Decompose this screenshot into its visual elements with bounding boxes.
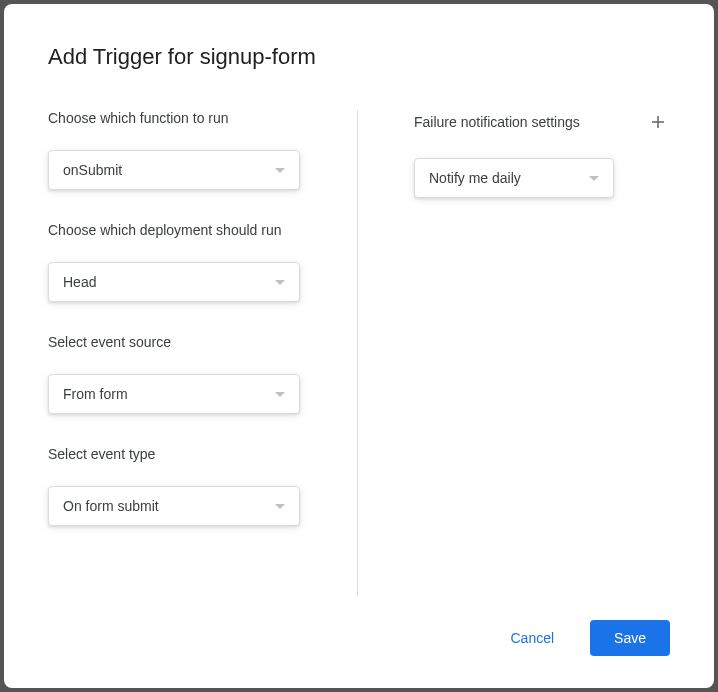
event-source-select[interactable]: From form: [48, 374, 300, 414]
dialog-footer: Cancel Save: [48, 620, 670, 656]
event-source-label: Select event source: [48, 334, 317, 350]
event-type-label: Select event type: [48, 446, 317, 462]
notifications-label-row: Failure notification settings: [414, 110, 670, 134]
chevron-down-icon: [275, 168, 285, 173]
event-type-select[interactable]: On form submit: [48, 486, 300, 526]
notifications-value: Notify me daily: [429, 170, 521, 186]
dialog-columns: Choose which function to run onSubmit Ch…: [48, 110, 670, 596]
event-type-value: On form submit: [63, 498, 159, 514]
event-source-value: From form: [63, 386, 128, 402]
event-type-field: Select event type On form submit: [48, 446, 317, 526]
event-source-field: Select event source From form: [48, 334, 317, 414]
chevron-down-icon: [275, 280, 285, 285]
function-select[interactable]: onSubmit: [48, 150, 300, 190]
notifications-field: Failure notification settings Notify me …: [414, 110, 670, 198]
notifications-label: Failure notification settings: [414, 114, 580, 130]
deployment-field: Choose which deployment should run Head: [48, 222, 317, 302]
function-field: Choose which function to run onSubmit: [48, 110, 317, 190]
notifications-select[interactable]: Notify me daily: [414, 158, 614, 198]
chevron-down-icon: [275, 392, 285, 397]
deployment-value: Head: [63, 274, 96, 290]
add-trigger-dialog: Add Trigger for signup-form Choose which…: [4, 4, 714, 688]
deployment-select[interactable]: Head: [48, 262, 300, 302]
plus-icon: [649, 113, 667, 131]
chevron-down-icon: [589, 176, 599, 181]
function-label: Choose which function to run: [48, 110, 317, 126]
cancel-button[interactable]: Cancel: [498, 622, 566, 654]
chevron-down-icon: [275, 504, 285, 509]
deployment-label: Choose which deployment should run: [48, 222, 317, 238]
function-value: onSubmit: [63, 162, 122, 178]
dialog-title: Add Trigger for signup-form: [48, 44, 670, 70]
add-notification-button[interactable]: [646, 110, 670, 134]
right-column: Failure notification settings Notify me …: [358, 110, 670, 596]
save-button[interactable]: Save: [590, 620, 670, 656]
left-column: Choose which function to run onSubmit Ch…: [48, 110, 358, 596]
